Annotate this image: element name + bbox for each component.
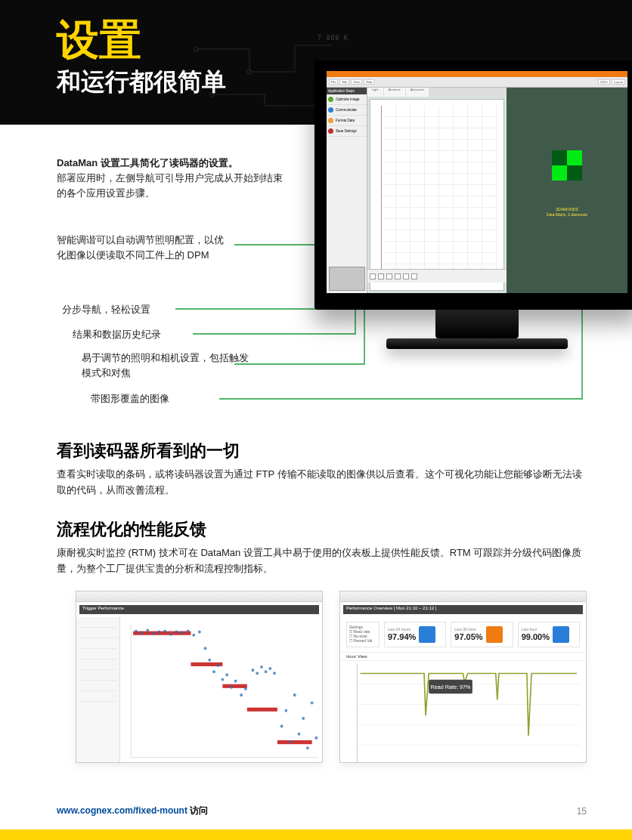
svg-point-24 — [187, 630, 190, 633]
svg-point-21 — [169, 633, 172, 636]
hourglass-icon — [553, 626, 569, 643]
svg-point-19 — [158, 631, 161, 634]
svg-point-43 — [280, 724, 283, 727]
svg-point-16 — [141, 632, 144, 635]
app-tabs: LightAutotuneAdvanced — [367, 88, 507, 97]
section-rtm-heading: 流程优化的性能反馈 — [57, 518, 587, 541]
svg-point-26 — [198, 631, 201, 634]
footer-accent-bar — [0, 829, 632, 840]
svg-point-32 — [225, 673, 228, 676]
footer-visit-text: 访问 — [190, 805, 208, 816]
section-rtm-body: 康耐视实时监控 (RTM) 技术可在 DataMan 设置工具中易于使用的仪表板… — [57, 545, 587, 577]
svg-point-31 — [222, 678, 225, 681]
shot2-kpi-row: Settings☑ Read rate☐ No-read☐ Passed Val… — [340, 617, 586, 652]
svg-point-36 — [244, 687, 247, 690]
section-rtm: 流程优化的性能反馈 康耐视实时监控 (RTM) 技术可在 DataMan 设置工… — [57, 518, 587, 577]
svg-point-47 — [298, 733, 301, 736]
svg-point-46 — [293, 693, 296, 696]
screenshot-performance-overview: Performance Overview [ Mon 21:10 – 21:12… — [339, 591, 587, 763]
svg-point-15 — [135, 630, 138, 633]
page-title-block: 设置 和运行都很简单 — [57, 19, 226, 99]
svg-point-39 — [260, 666, 263, 669]
sidebar-header: Application Steps — [327, 88, 367, 94]
shot1-title: Trigger Performance — [79, 605, 319, 614]
monitor-illustration: FileEditViewHelp 100%Layout Application … — [314, 60, 632, 363]
svg-point-42 — [273, 672, 276, 675]
svg-point-40 — [265, 670, 268, 673]
sidebar-thumbnail — [329, 267, 365, 291]
shot2-line-chart: Read Rate: 97% — [346, 661, 580, 763]
calendar-icon — [419, 626, 435, 643]
svg-rect-13 — [247, 708, 277, 712]
monitor-stand — [435, 310, 519, 338]
shot1-scatter-plot — [120, 617, 322, 763]
svg-point-29 — [212, 670, 215, 673]
datamatrix-icon — [552, 150, 582, 181]
svg-point-33 — [230, 686, 233, 689]
svg-point-37 — [252, 669, 255, 672]
svg-point-48 — [302, 717, 305, 720]
camera-preview: 2DIAMONDS Data Matrix, 2 diamonds — [507, 88, 627, 293]
svg-point-51 — [314, 737, 318, 740]
svg-point-45 — [289, 740, 292, 743]
svg-point-20 — [163, 630, 166, 633]
monitor-bezel: FileEditViewHelp 100%Layout Application … — [314, 60, 632, 310]
tooltip-text: Read Rate: 97% — [431, 684, 471, 690]
svg-point-27 — [204, 647, 207, 650]
screenshot-trigger-performance: Trigger Performance — [76, 591, 323, 763]
app-statusbar — [367, 269, 507, 283]
svg-point-35 — [240, 693, 243, 696]
kpi-card-24h: Last 24 hours97.94% — [384, 622, 446, 647]
app-ribbon: FileEditViewHelp 100%Layout — [327, 77, 627, 88]
shot2-title: Performance Overview [ Mon 21:10 – 21:12… — [343, 605, 583, 614]
svg-point-17 — [146, 628, 149, 632]
monitor-screen: FileEditViewHelp 100%Layout Application … — [327, 71, 627, 293]
section-visibility-body: 查看实时读取的条码，或将读码器设置为通过 FTP 传输不能读取的图像供以后查看。… — [57, 467, 587, 499]
title-accent: 设置 — [57, 19, 226, 61]
svg-point-44 — [284, 709, 287, 712]
page-number: 15 — [577, 806, 587, 817]
svg-point-41 — [268, 667, 271, 670]
camera-caption-1: 2DIAMONDS — [507, 207, 627, 212]
title-sub: 和运行都很简单 — [57, 66, 226, 99]
shot1-sidebar — [76, 617, 120, 763]
camera-caption-2: Data Matrix, 2 diamonds — [507, 212, 627, 218]
svg-point-30 — [217, 664, 220, 667]
screenshot-row: Trigger Performance — [76, 591, 587, 763]
svg-point-34 — [234, 680, 237, 683]
svg-point-49 — [306, 746, 309, 749]
section-visibility-heading: 看到读码器所看到的一切 — [57, 440, 587, 462]
tuning-plot — [370, 99, 504, 291]
app-sidebar: Application Steps Optimize Image Communi… — [327, 88, 367, 293]
app-titlebar — [327, 71, 627, 77]
monitor-base — [386, 338, 568, 349]
svg-point-23 — [181, 632, 184, 635]
section-visibility: 看到读码器所看到的一切 查看实时读取的条码，或将读码器设置为通过 FTP 传输不… — [57, 440, 587, 499]
svg-rect-14 — [277, 740, 312, 744]
svg-point-38 — [256, 672, 259, 675]
kpi-card-30m: Last 30 mins97.05% — [451, 622, 513, 647]
svg-point-22 — [175, 631, 178, 634]
svg-point-50 — [311, 701, 314, 704]
svg-point-28 — [208, 659, 211, 662]
svg-rect-12 — [222, 684, 246, 688]
svg-point-18 — [152, 632, 155, 635]
footer-url[interactable]: www.cognex.com/fixed-mount — [57, 805, 187, 816]
stopwatch-icon — [486, 626, 503, 643]
shot2-subheader: Hour View — [340, 652, 586, 661]
svg-point-25 — [192, 634, 195, 637]
page-footer: www.cognex.com/fixed-mount 访问 15 — [57, 804, 587, 817]
kpi-card-hour: Last hour99.00% — [518, 622, 580, 647]
